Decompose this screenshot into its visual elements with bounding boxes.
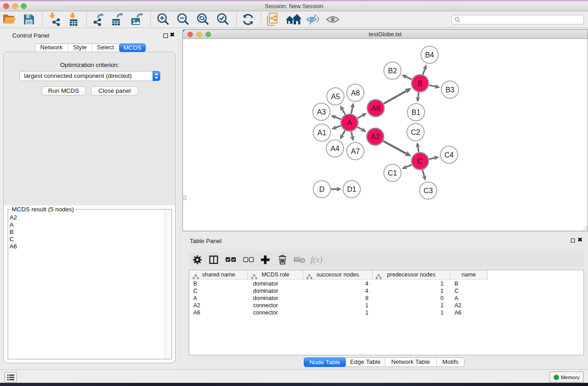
svg-text:D: D bbox=[319, 186, 325, 193]
svg-text:A: A bbox=[347, 119, 352, 127]
svg-text:C3: C3 bbox=[424, 187, 433, 195]
svg-text:D1: D1 bbox=[347, 186, 357, 193]
svg-text:C: C bbox=[417, 157, 423, 165]
svg-text:A6: A6 bbox=[371, 105, 380, 112]
svg-text:A7: A7 bbox=[351, 148, 360, 155]
svg-text:B3: B3 bbox=[445, 86, 454, 94]
svg-text:A2: A2 bbox=[371, 133, 380, 141]
svg-text:A1: A1 bbox=[317, 129, 326, 137]
svg-text:A8: A8 bbox=[351, 89, 360, 97]
svg-text:A5: A5 bbox=[331, 93, 340, 100]
svg-text:A3: A3 bbox=[317, 108, 326, 116]
svg-text:B4: B4 bbox=[425, 51, 434, 59]
svg-text:C4: C4 bbox=[445, 151, 454, 159]
svg-text:A4: A4 bbox=[330, 145, 339, 152]
svg-text:B2: B2 bbox=[388, 67, 397, 75]
svg-text:C2: C2 bbox=[411, 129, 421, 136]
svg-text:B1: B1 bbox=[411, 109, 421, 116]
svg-text:C1: C1 bbox=[388, 169, 397, 177]
svg-text:B: B bbox=[418, 80, 423, 87]
